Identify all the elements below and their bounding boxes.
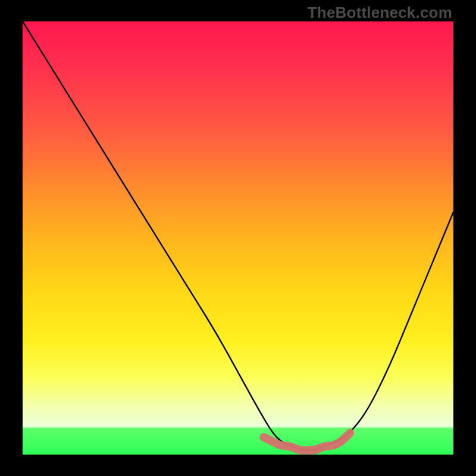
watermark-text: TheBottleneck.com	[308, 4, 452, 22]
bottleneck-curve	[23, 21, 453, 450]
plot-area	[23, 21, 453, 455]
chart-frame: TheBottleneck.com	[0, 0, 476, 476]
optimum-band	[264, 433, 350, 450]
chart-svg	[23, 21, 453, 455]
